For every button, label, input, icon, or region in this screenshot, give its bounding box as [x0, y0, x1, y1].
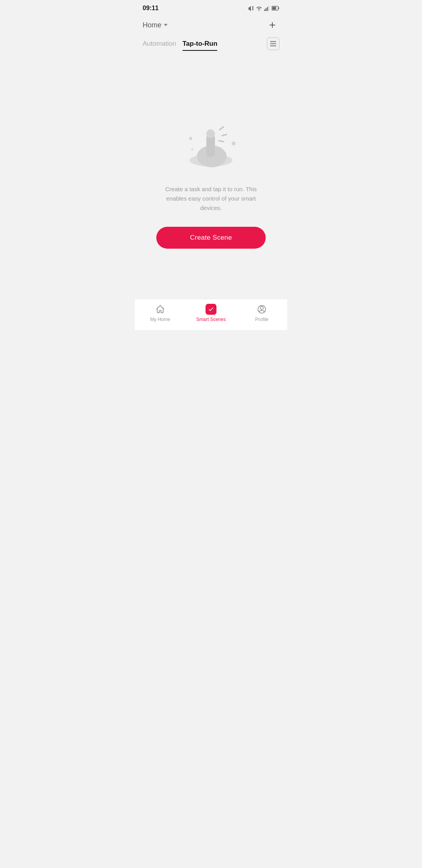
svg-point-18 — [206, 129, 215, 138]
svg-point-20 — [232, 142, 236, 145]
main-content: Create a task and tap it to run. This en… — [135, 52, 287, 299]
svg-point-19 — [189, 137, 192, 140]
empty-illustration — [176, 110, 246, 173]
smart-scenes-label: Smart Scenes — [196, 317, 225, 322]
status-bar: 09:11 — [135, 0, 287, 15]
svg-rect-3 — [264, 9, 265, 11]
nav-my-home[interactable]: My Home — [135, 304, 186, 322]
wifi-icon — [256, 5, 262, 11]
signal-icon — [264, 5, 270, 11]
tab-automation[interactable]: Automation — [143, 37, 182, 51]
svg-rect-8 — [279, 7, 279, 9]
status-icons — [248, 5, 279, 11]
bottom-nav: My Home Smart Scenes Profile — [135, 299, 287, 330]
svg-rect-12 — [270, 41, 276, 42]
svg-point-2 — [259, 10, 260, 11]
svg-rect-6 — [268, 6, 270, 11]
header: Home — [135, 15, 287, 37]
empty-state-description: Create a task and tap it to run. This en… — [156, 185, 266, 213]
list-view-button[interactable] — [267, 38, 279, 50]
mute-icon — [248, 5, 254, 11]
nav-smart-scenes[interactable]: Smart Scenes — [186, 304, 236, 322]
svg-rect-13 — [270, 43, 276, 45]
svg-rect-5 — [267, 7, 268, 11]
tab-bar: Automation Tap-to-Run — [135, 37, 287, 51]
nav-profile[interactable]: Profile — [236, 304, 287, 322]
tap-illustration — [176, 110, 246, 173]
profile-label: Profile — [255, 317, 268, 322]
svg-rect-9 — [272, 7, 276, 10]
tab-tap-to-run[interactable]: Tap-to-Run — [182, 37, 224, 51]
svg-point-21 — [191, 148, 193, 151]
battery-icon — [272, 6, 279, 11]
add-button[interactable] — [265, 18, 279, 32]
chevron-down-icon — [164, 24, 168, 26]
smart-scenes-nav-icon — [206, 304, 216, 315]
list-icon — [270, 41, 276, 47]
plus-icon — [268, 20, 277, 30]
status-time: 09:11 — [143, 5, 159, 12]
svg-rect-4 — [266, 8, 267, 11]
home-nav-icon — [155, 304, 166, 315]
create-scene-button[interactable]: Create Scene — [156, 227, 266, 249]
home-dropdown[interactable]: Home — [143, 21, 168, 29]
profile-nav-icon — [256, 304, 267, 315]
my-home-label: My Home — [150, 317, 170, 322]
home-label: Home — [143, 21, 161, 29]
svg-point-23 — [260, 307, 263, 310]
svg-rect-14 — [270, 45, 276, 47]
